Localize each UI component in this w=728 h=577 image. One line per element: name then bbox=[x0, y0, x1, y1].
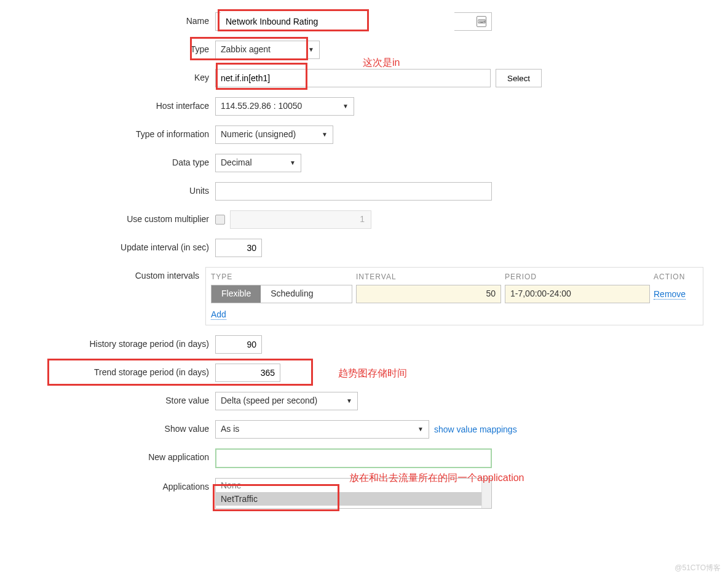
annotation-key: 这次是in bbox=[363, 57, 400, 70]
select-button[interactable]: Select bbox=[496, 69, 542, 87]
label-new-app: New application bbox=[25, 448, 215, 462]
keyboard-icon: ⌨ bbox=[477, 16, 486, 27]
label-update-interval: Update interval (in sec) bbox=[25, 239, 215, 252]
data-type-select[interactable]: Decimal bbox=[215, 154, 301, 172]
ci-header-interval: INTERVAL bbox=[356, 273, 501, 281]
ci-type-segment[interactable]: Flexible Scheduling bbox=[211, 285, 352, 303]
update-interval-input[interactable] bbox=[215, 239, 262, 257]
units-input[interactable] bbox=[215, 182, 492, 201]
ci-header-type: TYPE bbox=[211, 273, 352, 281]
seg-scheduling[interactable]: Scheduling bbox=[261, 285, 323, 303]
label-history: History storage period (in days) bbox=[25, 335, 215, 349]
ci-period-input[interactable]: 1-7,00:00-24:00 bbox=[505, 285, 650, 303]
label-data-type: Data type bbox=[25, 154, 215, 167]
label-units: Units bbox=[25, 182, 215, 196]
annotation-applications: 放在和出去流量所在的同一个application bbox=[349, 472, 524, 485]
store-value-select[interactable]: Delta (speed per second) bbox=[215, 392, 358, 410]
show-value-mappings-link[interactable]: show value mappings bbox=[434, 424, 517, 434]
label-store-value: Store value bbox=[25, 392, 215, 405]
history-input[interactable] bbox=[215, 335, 262, 354]
name-input-wrap[interactable]: ⌨ bbox=[215, 12, 492, 31]
custom-intervals-box: TYPE INTERVAL PERIOD ACTION Flexible Sch… bbox=[205, 267, 703, 325]
ci-remove-link[interactable]: Remove bbox=[654, 289, 686, 300]
multiplier-checkbox[interactable] bbox=[215, 215, 225, 225]
host-interface-select[interactable]: 114.55.29.86 : 10050 bbox=[215, 97, 354, 116]
label-name: Name bbox=[25, 12, 215, 26]
trend-input[interactable] bbox=[215, 364, 280, 382]
label-type-info: Type of information bbox=[25, 125, 215, 139]
ci-header-period: PERIOD bbox=[505, 273, 650, 281]
ci-add-link[interactable]: Add bbox=[211, 309, 226, 320]
annotation-trend: 趋势图存储时间 bbox=[338, 367, 407, 380]
new-application-input[interactable] bbox=[215, 448, 492, 468]
name-input[interactable] bbox=[221, 12, 454, 31]
label-multiplier: Use custom multiplier bbox=[25, 210, 215, 224]
type-info-select[interactable]: Numeric (unsigned) bbox=[215, 125, 333, 144]
label-key: Key bbox=[25, 69, 215, 82]
multiplier-value: 1 bbox=[230, 210, 371, 229]
ci-interval-input[interactable]: 50 bbox=[356, 285, 501, 303]
type-select[interactable]: Zabbix agent bbox=[215, 41, 320, 59]
app-option-nettraffic[interactable]: NetTraffic bbox=[216, 492, 491, 506]
seg-flexible[interactable]: Flexible bbox=[212, 285, 261, 303]
label-trend: Trend storage period (in days) bbox=[25, 364, 215, 377]
ci-header-action: ACTION bbox=[654, 273, 703, 281]
label-type: Type bbox=[25, 41, 215, 54]
label-show-value: Show value bbox=[25, 420, 215, 434]
label-applications: Applications bbox=[25, 478, 215, 491]
key-input[interactable] bbox=[215, 69, 491, 87]
label-host-interface: Host interface bbox=[25, 97, 215, 111]
show-value-select[interactable]: As is bbox=[215, 420, 429, 439]
label-custom-intervals: Custom intervals bbox=[25, 267, 205, 281]
